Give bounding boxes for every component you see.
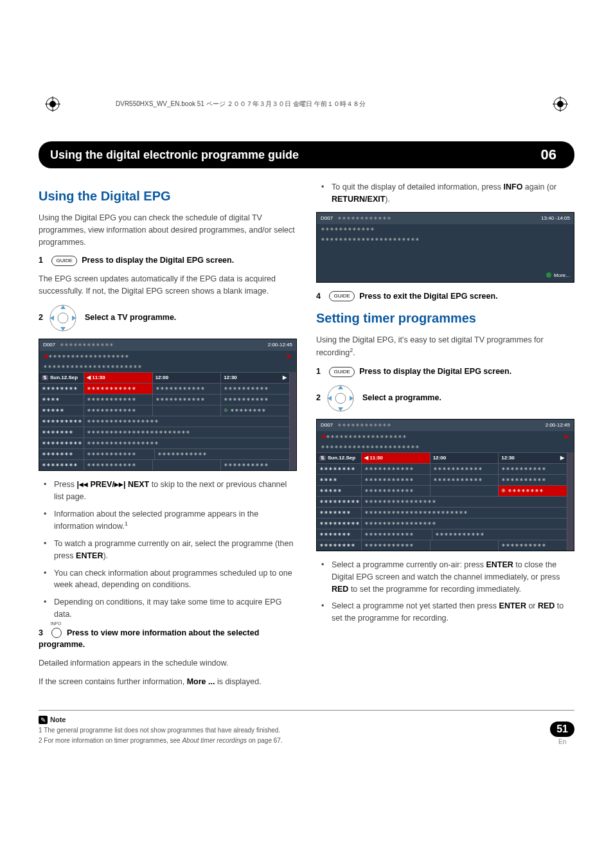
left-arrow-icon: ◀ (321, 432, 326, 441)
step-1: 1 GUIDE Press to display the Digital EPG… (39, 254, 297, 267)
step-1-body: The EPG screen updates automatically if … (39, 273, 297, 297)
nav-disc-icon (49, 304, 77, 332)
epg-time-range: 2:00-12:45 (268, 341, 292, 349)
text: More ... (187, 677, 215, 686)
text: RED (538, 601, 555, 610)
text: NEXT (125, 480, 149, 489)
updown-icon: ⇅ (319, 456, 326, 461)
page-lang: En (550, 738, 574, 745)
text: INFO (504, 182, 523, 191)
step-4: 4 GUIDE Press to exit the Digital EPG sc… (316, 290, 574, 303)
text: ENTER (499, 601, 526, 610)
note-icon: ✎ (39, 716, 48, 724)
text: Select a programme currently on-air: pre… (332, 560, 486, 569)
left-column: Using the Digital EPG Using the Digital … (39, 181, 297, 695)
epg-time: 12:00 (431, 453, 499, 463)
text: About timer recordings (182, 737, 247, 744)
epg-time: 12:30 (224, 375, 236, 380)
list-item: Select a programme currently on-air: pre… (325, 559, 574, 595)
text: again (or (522, 182, 556, 191)
text: Press (54, 480, 76, 489)
text: is displayed. (215, 677, 261, 686)
text: If the screen contains further informati… (39, 677, 187, 686)
step-text: Select a TV programme. (85, 313, 176, 322)
svg-point-9 (58, 313, 68, 323)
step-number: 4 (316, 292, 321, 301)
text: ENTER (486, 560, 513, 569)
text: Select a programme not yet started then … (332, 601, 499, 610)
right-column: To quit the display of detailed informat… (316, 181, 574, 695)
list-item: Depending on conditions, it may take som… (48, 596, 297, 621)
step-3: 3 INFO Press to view more information ab… (39, 627, 297, 651)
list-item: Select a programme not yet started then … (325, 600, 574, 624)
section-heading-timer: Setting timer programmes (316, 308, 574, 328)
epg-channel-code: D007 (321, 422, 333, 428)
page-number-value: 51 (550, 722, 574, 737)
text: ). (385, 195, 390, 204)
svg-marker-16 (338, 385, 343, 389)
epg-time: 11:30 (92, 375, 105, 380)
nav-disc-icon (326, 384, 355, 412)
step-number: 1 (316, 367, 321, 376)
svg-marker-12 (50, 315, 54, 321)
note-title: Note (50, 716, 66, 723)
text: on page 67. (247, 737, 283, 744)
guide-button-icon: GUIDE (329, 367, 354, 377)
svg-marker-13 (72, 315, 76, 321)
step-number: 1 (39, 256, 43, 265)
right-arrow-icon: ▶ (283, 374, 287, 382)
info-button-icon (51, 628, 62, 638)
crop-mark-icon (45, 96, 60, 114)
epg-screen: D007 ∗∗∗∗∗∗∗∗∗∗∗∗ 2:00-12:45 ◀∗∗∗∗∗∗∗∗∗∗… (316, 419, 574, 552)
book-header: DVR550HXS_WV_EN.book 51 ページ ２００７年３月３０日 金… (116, 100, 366, 109)
text: Information about the selected programme… (54, 509, 258, 531)
text: RETURN/EXIT (332, 195, 385, 204)
chapter-title: Using the digital electronic programme g… (50, 148, 299, 162)
scrollbar (567, 452, 574, 551)
step-number: 2 (316, 393, 321, 402)
left-arrow-icon: ◀ (43, 352, 48, 361)
right-arrow-icon: ▶ (560, 454, 564, 462)
svg-marker-18 (328, 396, 332, 401)
step-number: 2 (39, 313, 43, 322)
text: ). (103, 551, 108, 560)
text: 2 For more information on timer programm… (39, 737, 182, 744)
section-heading-digital-epg: Using the Digital EPG (39, 186, 297, 206)
more-text: More... (554, 272, 570, 278)
footnote-2: 2 For more information on timer programm… (39, 736, 574, 745)
text: ENTER (76, 551, 103, 560)
step-2: 2 Select a TV programme. (39, 304, 297, 332)
next-icon: ▸▸| (114, 480, 126, 489)
svg-marker-19 (350, 396, 353, 401)
right-arrow-icon: ▶ (565, 432, 570, 441)
chapter-bar: Using the digital electronic programme g… (39, 141, 574, 168)
crop-mark-icon (553, 96, 568, 114)
epg-time: 12:30 (501, 455, 514, 461)
epg-date: Sun.12.Sep (50, 374, 78, 382)
prev-icon: |◂◂ (76, 480, 88, 489)
step-text: Press to view more information about the… (39, 628, 259, 650)
step-1b: 1 GUIDE Press to display the Digital EPG… (316, 366, 574, 378)
guide-button-icon: GUIDE (51, 256, 76, 266)
chapter-number: 06 (535, 145, 563, 164)
text: RED (332, 585, 348, 594)
svg-marker-17 (338, 407, 343, 411)
guide-button-icon: GUIDE (329, 291, 354, 301)
intro-text: Using the Digital EPG you can check the … (39, 212, 297, 248)
list-item: You can check information about programm… (48, 567, 297, 592)
text: or (526, 601, 538, 610)
step-3-body: Detailed information appears in the sche… (39, 657, 297, 669)
footnotes: ✎Note 1 The general programme list does … (39, 710, 574, 745)
green-dot-icon (546, 272, 551, 278)
step-text: Press to display the Digital EPG screen. (82, 256, 234, 265)
left-arrow-icon: ◀ (87, 375, 91, 380)
scrollbar (290, 372, 296, 470)
step-number: 3 (39, 628, 43, 637)
updown-icon: ⇅ (42, 375, 48, 380)
step-text: Press to exit the Digital EPG screen. (359, 292, 497, 301)
info-label: INFO (50, 621, 61, 628)
step-text: Press to display the Digital EPG screen. (359, 367, 511, 376)
left-arrow-icon: ◀ (364, 455, 368, 461)
intro-text: Using the Digital EPG, it's easy to set … (316, 334, 574, 359)
svg-marker-11 (60, 327, 66, 331)
